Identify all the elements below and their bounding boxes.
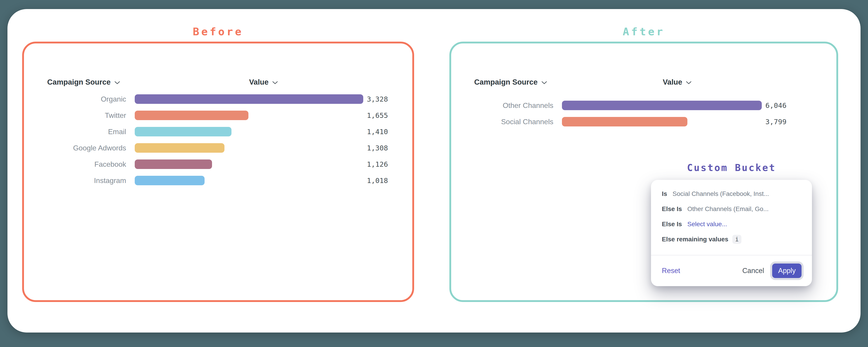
info-icon[interactable]: i [733, 235, 741, 244]
category-label: Organic [24, 95, 126, 104]
bar[interactable] [135, 111, 248, 120]
value-label: 1,018 [367, 176, 388, 184]
value-label: 3,328 [367, 95, 388, 103]
category-label: Email [24, 127, 126, 136]
value-label: 1,126 [367, 160, 388, 168]
bar-track [562, 117, 762, 126]
after-table-rows: Other Channels6,046Social Channels3,799 [451, 97, 836, 130]
table-row: Email1,410 [24, 123, 412, 140]
apply-button[interactable]: Apply [772, 263, 802, 278]
dialog-body: IsSocial Channels (Facebook, Inst...Else… [651, 180, 812, 255]
value-label: 1,308 [367, 144, 388, 152]
column-header-value[interactable]: Value [663, 78, 692, 86]
value-label: 3,799 [765, 118, 786, 126]
bar[interactable] [135, 127, 231, 136]
page-background: Before After Campaign Source Value Organ… [0, 0, 868, 347]
table-row: Instagram1,018 [24, 172, 412, 189]
column-header-campaign-source[interactable]: Campaign Source [47, 78, 120, 86]
chevron-down-icon [272, 81, 278, 85]
column-header-label: Value [663, 78, 682, 86]
table-row: Facebook1,126 [24, 156, 412, 172]
table-row: Organic3,328 [24, 91, 412, 107]
category-label: Facebook [24, 160, 126, 169]
column-header-value[interactable]: Value [249, 78, 278, 86]
bar-track [135, 143, 363, 153]
column-header-label: Campaign Source [474, 78, 538, 86]
custom-bucket-dialog: IsSocial Channels (Facebook, Inst...Else… [651, 180, 812, 286]
bucket-condition-row: Else remaining valuesi [662, 232, 803, 247]
bar[interactable] [562, 117, 687, 126]
category-label: Other Channels [451, 102, 553, 110]
condition-label: Is [662, 190, 667, 198]
before-table-rows: Organic3,328Twitter1,655Email1,410Google… [24, 91, 412, 189]
condition-label: Else Is [662, 221, 682, 228]
condition-value[interactable]: Other Channels (Email, Go... [687, 205, 769, 213]
condition-label: Else Is [662, 205, 682, 213]
category-label: Twitter [24, 111, 126, 120]
after-title: After [450, 25, 838, 38]
table-row: Twitter1,655 [24, 107, 412, 123]
table-row: Other Channels6,046 [451, 97, 836, 114]
chevron-down-icon [686, 81, 692, 85]
chevron-down-icon [541, 81, 547, 85]
chevron-down-icon [114, 81, 120, 85]
category-label: Instagram [24, 176, 126, 185]
table-row: Google Adwords1,308 [24, 140, 412, 156]
bucket-condition-row: Else IsSelect value... [662, 216, 803, 232]
bar-track [135, 127, 363, 136]
value-label: 6,046 [765, 102, 786, 110]
before-title: Before [22, 25, 414, 38]
table-row: Social Channels3,799 [451, 114, 836, 130]
bar-track [135, 176, 363, 185]
select-value-link[interactable]: Select value... [687, 221, 727, 228]
column-header-label: Campaign Source [47, 78, 111, 86]
dialog-footer: Reset Cancel Apply [651, 255, 812, 286]
value-label: 1,655 [367, 111, 388, 119]
bar-track [135, 160, 363, 169]
condition-value[interactable]: Social Channels (Facebook, Inst... [673, 190, 769, 198]
bucket-condition-row: Else IsOther Channels (Email, Go... [662, 201, 803, 216]
column-header-campaign-source[interactable]: Campaign Source [474, 78, 547, 86]
category-label: Social Channels [451, 118, 553, 126]
before-panel: Campaign Source Value Organic3,328Twitte… [22, 41, 414, 302]
bar-track [135, 111, 363, 120]
bar[interactable] [135, 176, 205, 185]
bar-track [135, 94, 363, 104]
condition-label: Else remaining values [662, 236, 728, 243]
bar[interactable] [562, 101, 762, 110]
column-header-label: Value [249, 78, 269, 86]
bar[interactable] [135, 143, 224, 153]
bucket-condition-row: IsSocial Channels (Facebook, Inst... [662, 186, 803, 201]
bar-track [562, 101, 762, 110]
bar[interactable] [135, 94, 363, 104]
category-label: Google Adwords [24, 144, 126, 152]
reset-button[interactable]: Reset [662, 267, 680, 275]
bar[interactable] [135, 160, 212, 169]
value-label: 1,410 [367, 127, 388, 136]
custom-bucket-title: Custom Bucket [651, 162, 812, 173]
cancel-button[interactable]: Cancel [742, 267, 764, 275]
